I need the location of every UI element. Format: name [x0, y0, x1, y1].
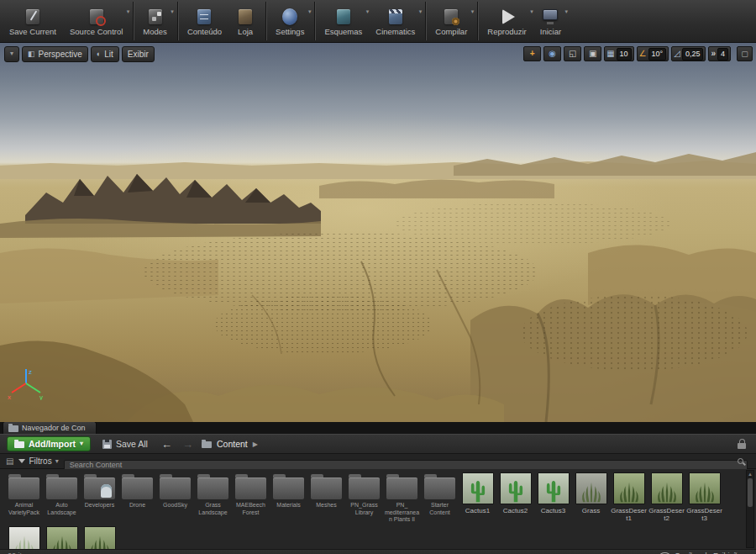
folder-item[interactable]: Meshes	[307, 472, 345, 524]
chevron-down-icon[interactable]: ▾	[127, 8, 130, 15]
scroll-up-icon[interactable]: ▲	[748, 471, 753, 477]
chevron-down-icon[interactable]: ▾	[366, 8, 370, 15]
filters-button[interactable]: Filtros ▾	[18, 456, 58, 466]
show-label: Exibir	[128, 50, 149, 59]
toolbar-button[interactable]: Save Current ▾	[3, 2, 64, 40]
asset-name: GrassDesert3	[686, 508, 723, 522]
folder-item[interactable]: PN_Grass Library	[345, 472, 383, 524]
asset-grid-panel[interactable]: Animal VarietyPack Auto Landscape Develo…	[0, 469, 756, 549]
viewport-snap-button[interactable]	[564, 46, 581, 61]
asset-item[interactable]: GrassDesert1	[610, 472, 648, 524]
content-browser-tab[interactable]: Navegador de Con	[3, 421, 97, 434]
viewport-snap-button[interactable]	[584, 46, 601, 61]
toolbar-button[interactable]: Settings ▾	[265, 2, 312, 40]
asset-item[interactable]	[43, 525, 81, 550]
asset-item[interactable]	[81, 525, 118, 550]
scale-snap-icon	[674, 50, 680, 58]
snap-value[interactable]: 4	[717, 48, 728, 61]
snap-value[interactable]: 10	[617, 48, 632, 61]
toolbar-button-label: Save Current	[9, 27, 56, 36]
folder-item[interactable]: Grass Landscape	[194, 472, 232, 524]
content-icon	[194, 8, 214, 26]
perspective-button[interactable]: ◧ Perspective	[22, 46, 88, 62]
viewport-snap-button[interactable]	[543, 46, 561, 61]
forward-arrow-icon[interactable]: →	[181, 439, 195, 450]
toolbar-button[interactable]: Iniciar ▾	[534, 2, 569, 40]
asset-item[interactable]: Cactus2	[496, 472, 534, 524]
chevron-down-icon[interactable]: ▾	[308, 8, 312, 15]
play-icon	[497, 8, 517, 26]
toolbar-button[interactable]: Conteúdo ▾	[177, 2, 229, 40]
viewport-snap-button[interactable]: 10	[604, 46, 633, 61]
viewport-snap-button[interactable]: 10°	[637, 46, 669, 61]
chevron-down-icon[interactable]: ▾	[565, 8, 569, 15]
viewport-snap-button[interactable]: 4	[708, 46, 731, 61]
desert-landscape-scene[interactable]: x y z	[0, 43, 756, 422]
viewport-snap-button[interactable]	[523, 46, 541, 61]
folder-name: PN_Grass Library	[346, 502, 383, 516]
svg-text:z: z	[29, 368, 32, 376]
asset-thumbnail	[84, 526, 116, 550]
viewport-3d[interactable]: x y z ▾ ◧ Perspective ◐ Lit Exibir	[0, 43, 756, 422]
folder-item[interactable]: Developers	[81, 472, 118, 524]
filter-funnel-icon	[18, 459, 25, 463]
asset-thumbnail	[613, 472, 645, 504]
folder-name: Auto Landscape	[44, 502, 81, 516]
toolbar-button[interactable]: Modes ▾	[133, 2, 175, 40]
viewport-snap-button[interactable]: 0,25	[671, 46, 706, 61]
maximize-viewport-icon[interactable]: ▢	[737, 46, 753, 61]
toolbar-button-label: Loja	[238, 27, 253, 36]
folder-icon	[46, 477, 77, 499]
toolbar-button[interactable]: Esquemas ▾	[314, 2, 370, 40]
toolbar-button[interactable]: Reproduzir ▾	[477, 2, 533, 40]
snap-value[interactable]: 0,25	[682, 48, 704, 61]
snap-value[interactable]: 10°	[648, 48, 667, 61]
folder-item[interactable]: Animal VarietyPack	[5, 472, 43, 524]
add-import-button[interactable]: Add/Import ▾	[7, 436, 91, 451]
asset-name: Cactus3	[541, 508, 565, 515]
toolbar-button-label: Compilar	[435, 27, 467, 36]
lock-icon[interactable]	[738, 443, 746, 449]
folder-item[interactable]: Materials	[270, 472, 307, 524]
saved-filters-icon[interactable]: ▤	[6, 457, 13, 466]
toolbar-button[interactable]: Cinematics ▾	[370, 2, 423, 40]
folder-icon	[424, 477, 455, 499]
asset-item[interactable]: GrassDesert2	[648, 472, 685, 524]
unreal-editor-window: Save Current ▾ Source Control ▾ Modes ▾ …	[0, 0, 756, 554]
modes-icon	[145, 8, 165, 26]
back-arrow-icon[interactable]: ←	[160, 439, 174, 450]
folder-item[interactable]: Drone	[118, 472, 156, 524]
folder-item[interactable]: PN_ mediterranean Plants II	[383, 472, 421, 524]
folder-name: Drone	[129, 502, 145, 509]
vegetation-speckles	[214, 295, 433, 354]
chevron-down-icon[interactable]: ▾	[471, 8, 475, 15]
asset-item[interactable]: GrassDesert3	[685, 472, 723, 524]
vegetation-speckles	[395, 203, 672, 245]
scrollbar-thumb[interactable]	[748, 478, 753, 507]
breadcrumb-path[interactable]: Content ▶	[202, 439, 258, 449]
viewport-options-dropdown[interactable]: ▾	[4, 46, 19, 62]
chevron-down-icon: ▾	[10, 50, 13, 57]
save-all-button[interactable]: Save All	[97, 437, 153, 451]
lit-mode-button[interactable]: ◐ Lit	[91, 46, 119, 62]
toolbar-button[interactable]: Source Control ▾	[64, 2, 130, 40]
perspective-label: Perspective	[39, 50, 82, 59]
folder-item[interactable]: GoodSky	[156, 472, 194, 524]
toolbar-button-label: Conteúdo	[187, 27, 222, 36]
chevron-down-icon[interactable]: ▾	[171, 8, 174, 15]
chevron-down-icon[interactable]: ▾	[530, 8, 533, 15]
asset-item[interactable]	[5, 525, 43, 550]
vertical-scrollbar[interactable]: ▲	[746, 470, 754, 548]
asset-item[interactable]: Grass	[572, 472, 610, 524]
folder-item[interactable]: Starter Content	[421, 472, 459, 524]
show-flags-button[interactable]: Exibir	[122, 46, 155, 62]
folder-item[interactable]: MAEBeech Forest	[232, 472, 270, 524]
asset-item[interactable]: Cactus3	[534, 472, 572, 524]
chevron-right-icon[interactable]: ▶	[253, 441, 258, 448]
asset-item[interactable]: Cactus1	[459, 472, 496, 524]
toolbar-button[interactable]: Loja ▾	[229, 2, 263, 40]
toolbar-button[interactable]: Compilar ▾	[425, 2, 475, 40]
perspective-icon: ◧	[28, 50, 35, 58]
folder-item[interactable]: Auto Landscape	[43, 472, 81, 524]
chevron-down-icon[interactable]: ▾	[419, 8, 423, 15]
